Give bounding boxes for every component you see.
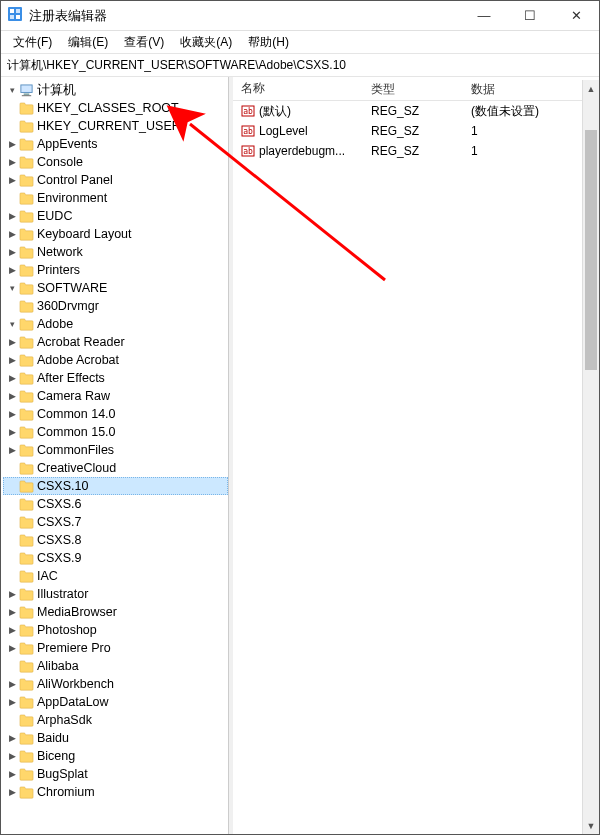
col-name[interactable]: 名称 — [233, 77, 363, 100]
tree-node[interactable]: CSXS.6 — [3, 495, 228, 513]
tree-node[interactable]: ▶Photoshop — [3, 621, 228, 639]
tree-node[interactable]: ▶Common 15.0 — [3, 423, 228, 441]
tree-node[interactable]: ArphaSdk — [3, 711, 228, 729]
minimize-button[interactable]: — — [461, 1, 507, 31]
tree-node[interactable]: ▶EUDC — [3, 207, 228, 225]
tree-toggle-icon[interactable]: ▶ — [5, 173, 19, 187]
tree-node[interactable]: CSXS.9 — [3, 549, 228, 567]
tree-toggle-icon[interactable]: ▶ — [5, 605, 19, 619]
col-type[interactable]: 类型 — [363, 77, 463, 100]
tree-toggle-icon[interactable]: ▶ — [5, 389, 19, 403]
tree-node-label: MediaBrowser — [37, 605, 117, 619]
tree-node[interactable]: ▶MediaBrowser — [3, 603, 228, 621]
folder-icon — [19, 624, 34, 637]
tree-toggle-icon[interactable]: ▶ — [5, 623, 19, 637]
folder-icon — [19, 588, 34, 601]
tree-toggle-icon[interactable]: ▶ — [5, 443, 19, 457]
tree-node[interactable]: CreativeCloud — [3, 459, 228, 477]
menu-edit[interactable]: 编辑(E) — [60, 32, 116, 53]
tree-node[interactable]: CSXS.8 — [3, 531, 228, 549]
tree-toggle-icon[interactable]: ▶ — [5, 371, 19, 385]
svg-rect-1 — [10, 9, 14, 13]
tree-node[interactable]: ▶AppDataLow — [3, 693, 228, 711]
tree-toggle-icon[interactable]: ▶ — [5, 767, 19, 781]
tree-toggle-icon[interactable]: ▶ — [5, 641, 19, 655]
tree-node[interactable]: HKEY_CURRENT_USER — [3, 117, 228, 135]
tree-node[interactable]: ▾SOFTWARE — [3, 279, 228, 297]
tree-node[interactable]: ▶Network — [3, 243, 228, 261]
tree-node[interactable]: ▶Adobe Acrobat — [3, 351, 228, 369]
tree-toggle-icon[interactable]: ▶ — [5, 731, 19, 745]
folder-icon — [19, 210, 34, 223]
tree-node[interactable]: ▶BugSplat — [3, 765, 228, 783]
tree-node-label: AppDataLow — [37, 695, 109, 709]
menu-file[interactable]: 文件(F) — [5, 32, 60, 53]
tree-node[interactable]: Alibaba — [3, 657, 228, 675]
list-body[interactable]: ab(默认) REG_SZ (数值未设置) abLogLevel REG_SZ … — [233, 101, 599, 834]
tree-toggle-icon[interactable]: ▶ — [5, 749, 19, 763]
tree-toggle-icon[interactable]: ▶ — [5, 155, 19, 169]
list-row[interactable]: ab(默认) REG_SZ (数值未设置) — [233, 101, 599, 121]
tree-toggle-icon[interactable]: ▶ — [5, 695, 19, 709]
tree-node[interactable]: Environment — [3, 189, 228, 207]
svg-rect-4 — [16, 15, 20, 19]
address-bar[interactable]: 计算机\HKEY_CURRENT_USER\SOFTWARE\Adobe\CSX… — [1, 53, 599, 77]
tree-toggle-icon[interactable]: ▶ — [5, 587, 19, 601]
tree-toggle-icon[interactable]: ▶ — [5, 209, 19, 223]
col-data[interactable]: 数据 — [463, 77, 599, 100]
tree-node[interactable]: ▶Common 14.0 — [3, 405, 228, 423]
menu-view[interactable]: 查看(V) — [116, 32, 172, 53]
svg-rect-5 — [21, 84, 32, 92]
close-button[interactable]: ✕ — [553, 1, 599, 31]
scrollbar-vertical[interactable]: ▲ ▼ — [582, 80, 599, 834]
tree-node[interactable]: 360Drvmgr — [3, 297, 228, 315]
tree-node[interactable]: ▶Chromium — [3, 783, 228, 801]
tree-toggle-icon[interactable]: ▾ — [5, 281, 19, 295]
tree-pane[interactable]: ▾计算机HKEY_CLASSES_ROOTHKEY_CURRENT_USER▶A… — [1, 77, 229, 834]
tree-toggle-icon[interactable]: ▾ — [5, 83, 19, 97]
tree-toggle-icon[interactable]: ▶ — [5, 425, 19, 439]
tree-toggle-icon[interactable]: ▶ — [5, 335, 19, 349]
tree-node[interactable]: IAC — [3, 567, 228, 585]
tree-toggle-icon[interactable]: ▾ — [5, 317, 19, 331]
tree-node[interactable]: ▶Baidu — [3, 729, 228, 747]
tree-node[interactable]: ▾计算机 — [3, 81, 228, 99]
tree-toggle-icon[interactable]: ▶ — [5, 137, 19, 151]
folder-icon — [19, 120, 34, 133]
tree-node[interactable]: ▶Console — [3, 153, 228, 171]
tree-node[interactable]: ▶Printers — [3, 261, 228, 279]
scroll-up-icon[interactable]: ▲ — [583, 80, 599, 97]
tree-node[interactable]: ▶Illustrator — [3, 585, 228, 603]
tree-toggle-icon[interactable]: ▶ — [5, 785, 19, 799]
scrollbar-thumb[interactable] — [585, 130, 597, 370]
tree-node[interactable]: ▶Control Panel — [3, 171, 228, 189]
menu-favorites[interactable]: 收藏夹(A) — [172, 32, 240, 53]
tree-node[interactable]: ▶Acrobat Reader — [3, 333, 228, 351]
tree-node[interactable]: ▶CommonFiles — [3, 441, 228, 459]
maximize-button[interactable]: ☐ — [507, 1, 553, 31]
tree-node[interactable]: ▶AliWorkbench — [3, 675, 228, 693]
tree-node[interactable]: ▶Biceng — [3, 747, 228, 765]
tree-node-label: CSXS.9 — [37, 551, 81, 565]
tree-toggle-icon[interactable]: ▶ — [5, 407, 19, 421]
tree-node[interactable]: ▶After Effects — [3, 369, 228, 387]
tree-node[interactable]: HKEY_CLASSES_ROOT — [3, 99, 228, 117]
list-row[interactable]: abplayerdebugm... REG_SZ 1 — [233, 141, 599, 161]
tree-toggle-icon[interactable]: ▶ — [5, 353, 19, 367]
tree-toggle-icon[interactable]: ▶ — [5, 245, 19, 259]
tree-toggle-icon[interactable]: ▶ — [5, 227, 19, 241]
tree-node[interactable]: ▶AppEvents — [3, 135, 228, 153]
list-row[interactable]: abLogLevel REG_SZ 1 — [233, 121, 599, 141]
value-name: (默认) — [259, 103, 291, 120]
tree-node[interactable]: ▶Premiere Pro — [3, 639, 228, 657]
tree-node[interactable]: CSXS.10 — [3, 477, 228, 495]
tree-node[interactable]: ▶Keyboard Layout — [3, 225, 228, 243]
menu-help[interactable]: 帮助(H) — [240, 32, 297, 53]
scroll-down-icon[interactable]: ▼ — [583, 817, 599, 834]
tree-toggle-icon[interactable]: ▶ — [5, 263, 19, 277]
tree-node[interactable]: ▾Adobe — [3, 315, 228, 333]
tree-toggle-icon[interactable]: ▶ — [5, 677, 19, 691]
tree-node-label: Control Panel — [37, 173, 113, 187]
tree-node[interactable]: CSXS.7 — [3, 513, 228, 531]
tree-node[interactable]: ▶Camera Raw — [3, 387, 228, 405]
